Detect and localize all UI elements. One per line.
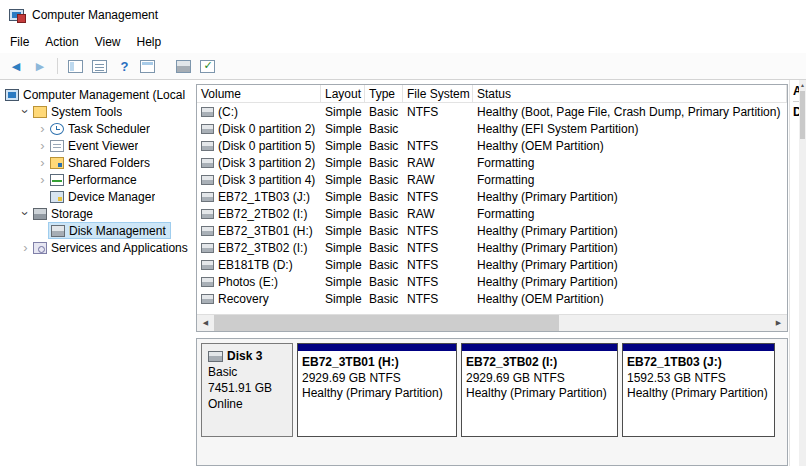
sidebar-item-label: Disk Management	[69, 224, 166, 238]
refresh-button[interactable]	[172, 55, 194, 77]
table-row[interactable]: (Disk 3 partition 2) Simple Basic RAW Fo…	[197, 154, 787, 171]
column-header-status[interactable]: Status	[473, 85, 787, 102]
scroll-left-icon[interactable]	[197, 315, 214, 331]
show-hide-console-tree-button[interactable]	[64, 55, 86, 77]
show-hide-console-tree-icon	[68, 60, 83, 73]
scrollbar-thumb[interactable]	[214, 315, 559, 331]
table-row[interactable]: (Disk 3 partition 4) Simple Basic RAW Fo…	[197, 171, 787, 188]
sidebar-item-shared-folders[interactable]: Shared Folders	[0, 154, 192, 171]
sidebar-item-label: Storage	[51, 207, 93, 221]
sidebar-item-label: Task Scheduler	[68, 122, 150, 136]
sidebar-item-device-manager[interactable]: Device Manager	[0, 188, 192, 205]
scroll-up-icon[interactable]	[799, 80, 806, 90]
chevron-collapsed-icon[interactable]	[37, 154, 48, 172]
sidebar-item-services-and-applications[interactable]: Services and Applications	[0, 239, 192, 256]
volume-filesystem: RAW	[403, 156, 473, 170]
properties-button[interactable]	[136, 55, 158, 77]
partition-block-h[interactable]: EB72_3TB01 (H:) 2929.69 GB NTFS Healthy …	[297, 343, 457, 437]
sidebar-item-disk-management[interactable]: Disk Management	[0, 222, 192, 239]
disk-type: Basic	[208, 364, 286, 380]
toolbar-separator	[57, 58, 58, 74]
volume-filesystem: NTFS	[403, 258, 473, 272]
volume-layout: Simple	[321, 207, 365, 221]
volume-status: Healthy (EFI System Partition)	[473, 122, 787, 136]
menu-view[interactable]: View	[87, 31, 129, 53]
table-row[interactable]: EB72_2TB02 (I:) Simple Basic RAW Formatt…	[197, 205, 787, 222]
chevron-collapsed-icon[interactable]	[37, 171, 48, 189]
sidebar-item-performance[interactable]: Performance	[0, 171, 192, 188]
table-row[interactable]: EB181TB (D:) Simple Basic NTFS Healthy (…	[197, 256, 787, 273]
vertical-scrollbar[interactable]	[799, 80, 806, 466]
table-row[interactable]: EB72_3TB01 (H:) Simple Basic NTFS Health…	[197, 222, 787, 239]
selection-highlight: Disk Management	[48, 222, 171, 239]
chevron-collapsed-icon[interactable]	[37, 120, 48, 138]
chevron-collapsed-icon[interactable]	[20, 239, 31, 257]
volume-status: Formatting	[473, 156, 787, 170]
console-tree: Computer Management (Local System Tools …	[0, 80, 192, 466]
table-row[interactable]: EB72_1TB03 (J:) Simple Basic NTFS Health…	[197, 188, 787, 205]
volume-icon	[201, 158, 214, 168]
chevron-expanded-icon[interactable]	[20, 205, 31, 223]
partition-block-i[interactable]: EB72_3TB02 (I:) 2929.69 GB NTFS Healthy …	[461, 343, 618, 437]
computer-icon	[5, 89, 19, 101]
volume-type: Basic	[365, 258, 403, 272]
back-button[interactable]	[5, 55, 27, 77]
volume-status: Healthy (Primary Partition)	[473, 224, 787, 238]
table-row[interactable]: Photos (E:) Simple Basic NTFS Healthy (P…	[197, 273, 787, 290]
volume-type: Basic	[365, 139, 403, 153]
partition-color-bar	[462, 344, 617, 351]
menu-action[interactable]: Action	[37, 31, 86, 53]
column-header-file-system[interactable]: File System	[403, 85, 473, 102]
menu-help[interactable]: Help	[129, 31, 170, 53]
volume-icon	[201, 277, 214, 287]
column-header-layout[interactable]: Layout	[321, 85, 365, 102]
table-row[interactable]: (Disk 0 partition 5) Simple Basic NTFS H…	[197, 137, 787, 154]
volume-icon	[201, 209, 214, 219]
partition-block-j[interactable]: EB72_1TB03 (J:) 1592.53 GB NTFS Healthy …	[622, 343, 775, 437]
table-row[interactable]: EB72_3TB02 (I:) Simple Basic NTFS Health…	[197, 239, 787, 256]
volume-name: Photos (E:)	[218, 275, 278, 289]
sidebar-item-label: Shared Folders	[68, 156, 150, 170]
sidebar-item-event-viewer[interactable]: Event Viewer	[0, 137, 192, 154]
chevron-expanded-icon[interactable]	[20, 103, 31, 121]
volume-icon	[201, 226, 214, 236]
chevron-collapsed-icon[interactable]	[37, 137, 48, 155]
volume-icon	[201, 243, 214, 253]
sidebar-item-label: System Tools	[51, 105, 122, 119]
volume-icon	[201, 124, 214, 134]
forward-button[interactable]	[29, 55, 51, 77]
column-header-volume[interactable]: Volume	[197, 85, 321, 102]
volume-layout: Simple	[321, 275, 365, 289]
performance-icon	[50, 174, 64, 186]
title-bar: Computer Management	[0, 0, 806, 30]
rescan-disks-button[interactable]	[196, 55, 218, 77]
partition-name: EB72_3TB02 (I:)	[466, 355, 613, 370]
volume-status: Healthy (Primary Partition)	[473, 190, 787, 204]
volume-filesystem: NTFS	[403, 224, 473, 238]
horizontal-scrollbar[interactable]	[197, 314, 787, 331]
help-button[interactable]	[112, 55, 134, 77]
sidebar-item-storage[interactable]: Storage	[0, 205, 192, 222]
sidebar-item-system-tools[interactable]: System Tools	[0, 103, 192, 120]
volume-type: Basic	[365, 224, 403, 238]
volume-type: Basic	[365, 292, 403, 306]
scroll-right-icon[interactable]	[770, 315, 787, 331]
table-row[interactable]: (C:) Simple Basic NTFS Healthy (Boot, Pa…	[197, 103, 787, 120]
disk-size: 7451.91 GB	[208, 380, 286, 396]
event-viewer-icon	[50, 140, 64, 152]
table-row[interactable]: (Disk 0 partition 2) Simple Basic Health…	[197, 120, 787, 137]
export-list-button[interactable]	[88, 55, 110, 77]
volume-filesystem: NTFS	[403, 139, 473, 153]
shared-folders-icon	[50, 157, 64, 169]
disk-header[interactable]: Disk 3 Basic 7451.91 GB Online	[201, 343, 293, 437]
column-header-type[interactable]: Type	[365, 85, 403, 102]
volume-name: (Disk 3 partition 4)	[218, 173, 315, 187]
disk-name: Disk 3	[227, 348, 262, 364]
volume-filesystem: NTFS	[403, 241, 473, 255]
table-row[interactable]: Recovery Simple Basic NTFS Healthy (OEM …	[197, 290, 787, 307]
scrollbar-thumb[interactable]	[800, 91, 805, 139]
sidebar-item-task-scheduler[interactable]: Task Scheduler	[0, 120, 192, 137]
actions-pane: Actions Disk Management	[789, 80, 806, 466]
menu-file[interactable]: File	[2, 31, 37, 53]
sidebar-item-computer-management[interactable]: Computer Management (Local	[0, 86, 192, 103]
